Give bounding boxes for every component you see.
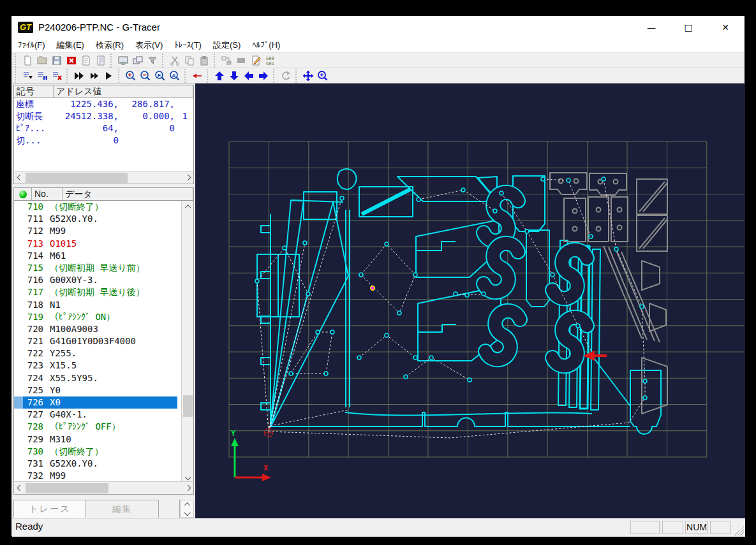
menu-item-5[interactable]: 設定(S) [207,38,246,53]
gcode-list-header: No. データ [14,188,193,201]
list-output-button[interactable] [20,69,34,83]
tab-spinner[interactable] [180,500,194,518]
toolbar-trace: FA [12,68,744,84]
trace-step-button[interactable] [86,69,101,83]
menu-item-2[interactable]: 検索(R) [90,38,130,53]
zoom-window-icon [317,70,329,82]
zoom-in-button[interactable] [123,69,138,83]
pan-right-icon [258,70,269,82]
gcode-row-728[interactable]: 728（ﾋﾟｱｼﾝｸﾞ OFF） [14,421,177,433]
zoom-out-icon [140,70,151,82]
gcode-row-730[interactable]: 730（切断終了） [14,446,177,458]
gcode-row-719[interactable]: 719（ﾋﾟｱｼﾝｸﾞ ON） [14,311,177,323]
gcode-row-717[interactable]: 717（切断初期 早送り後） [14,286,177,298]
pan-left-button[interactable] [241,69,256,83]
trace-fast-button[interactable] [71,69,86,83]
list-output-icon [22,70,33,82]
multi-window-button[interactable] [130,54,145,68]
gcode-rows[interactable]: 710（切断終了）711G52X0.Y0.712M99713O1015714M6… [14,201,177,483]
gcode-row-731[interactable]: 731G52X0.Y0. [14,458,177,470]
cut-button[interactable] [167,54,182,68]
doc-text-button[interactable] [93,54,108,68]
drawing-canvas[interactable]: Y X [195,84,745,518]
svg-text:G00: G00 [266,56,274,61]
new-file-button[interactable] [20,54,34,68]
list-pause-button[interactable] [34,69,49,83]
doc-view-icon [80,55,92,66]
pan-right-button[interactable] [256,69,271,83]
maximize-button[interactable]: □ [670,17,707,38]
gcode-row-722[interactable]: 722Y255. [14,347,177,360]
filter-icon [147,55,158,66]
resize-grip[interactable] [734,526,744,535]
zoom-all-button[interactable]: A [167,69,182,83]
gcode-row-712[interactable]: 712M99 [14,225,177,237]
rotate-view-button[interactable] [278,69,293,83]
back-arrow-icon [191,70,203,82]
g00-g01-button[interactable]: G00G01 [263,54,278,68]
open-file-button[interactable] [34,54,49,68]
list-clear-button[interactable] [49,69,64,83]
main-area: 記号 アドレス値 座標 1225.436, 286.817, 切断長 24512… [12,84,745,518]
gcode-hscrollbar[interactable] [14,481,193,494]
close-button[interactable]: ✕ [707,17,744,38]
gcode-row-711[interactable]: 711G52X0.Y0. [14,213,177,225]
trace-fast-icon [73,70,85,82]
g00-g01-icon: G00G01 [265,55,276,66]
save-file-button[interactable] [49,54,64,68]
symbol-hscrollbar[interactable] [14,171,193,184]
gcode-row-720[interactable]: 720M100A9003 [14,323,177,335]
zoom-window-button[interactable] [315,69,330,83]
close-file-icon [66,55,77,66]
gcode-row-723[interactable]: 723X15.5 [14,360,177,372]
close-file-button[interactable] [64,54,78,68]
toolbar-file: G00G01 [12,53,744,68]
trace-led [14,188,32,200]
menu-item-3[interactable]: 表示(V) [130,38,168,53]
menu-item-1[interactable]: 編集(E) [51,38,90,53]
minimize-button[interactable]: — [633,17,670,38]
gcode-row-725[interactable]: 725Y0 [14,384,177,396]
doc-view-button[interactable] [78,54,93,68]
gcode-row-710[interactable]: 710（切断終了） [14,201,177,213]
trace-play-button[interactable] [101,69,115,83]
gcode-row-724[interactable]: 724X55.5Y95. [14,372,177,384]
gcode-row-713[interactable]: 713O1015 [14,238,177,250]
gcode-vscrollbar[interactable] [181,201,193,483]
edit-gcode-button[interactable] [248,54,263,68]
gcode-row-715[interactable]: 715（切断初期 早送り前） [14,262,177,274]
gcode-row-716[interactable]: 716G00X0Y-3. [14,274,177,286]
gcode-row-726[interactable]: 726X0 [14,396,177,409]
rotate-view-icon [280,70,292,82]
pan-up-button[interactable] [212,69,226,83]
menu-item-0[interactable]: ﾌｧｲﾙ(F) [12,38,51,52]
window-view-button[interactable] [115,54,130,68]
zoom-fit-icon: F [154,70,166,82]
menu-item-6[interactable]: ﾍﾙﾌﾟ(H) [246,38,286,52]
pan-move-button[interactable] [300,69,315,83]
zoom-fit-button[interactable]: F [152,69,167,83]
tab-trace[interactable]: トレース [13,500,86,518]
stop-block-button[interactable] [233,54,248,68]
zoom-out-button[interactable] [138,69,152,83]
gcode-row-714[interactable]: 714M61 [14,250,177,262]
gcode-row-729[interactable]: 729M310 [14,433,177,446]
col-no: No. [32,188,63,200]
gcode-row-732[interactable]: 732M99 [14,470,177,482]
pan-down-button[interactable] [226,69,241,83]
title-bar[interactable]: GT P240206-PTP.NC - G-Tracer — □ ✕ [12,17,744,38]
symbol-row: 切... 0 [14,134,193,147]
gcode-row-727[interactable]: 727G40X-1. [14,409,177,421]
paste-button[interactable] [196,54,211,68]
back-arrow-button[interactable] [189,69,204,83]
gcode-row-721[interactable]: 721G41G01Y0D03F4000 [14,335,177,347]
copy-button[interactable] [182,54,196,68]
menu-item-4[interactable]: ﾄﾚｰｽ(T) [168,38,207,52]
link-window-button[interactable] [219,54,233,68]
filter-button[interactable] [145,54,159,68]
pan-move-icon [302,70,314,82]
window-view-icon [117,55,129,66]
tab-edit[interactable]: 編集 [86,500,159,518]
gcode-row-718[interactable]: 718N1 [14,299,177,311]
mode-tabs: トレース 編集 [13,500,194,518]
